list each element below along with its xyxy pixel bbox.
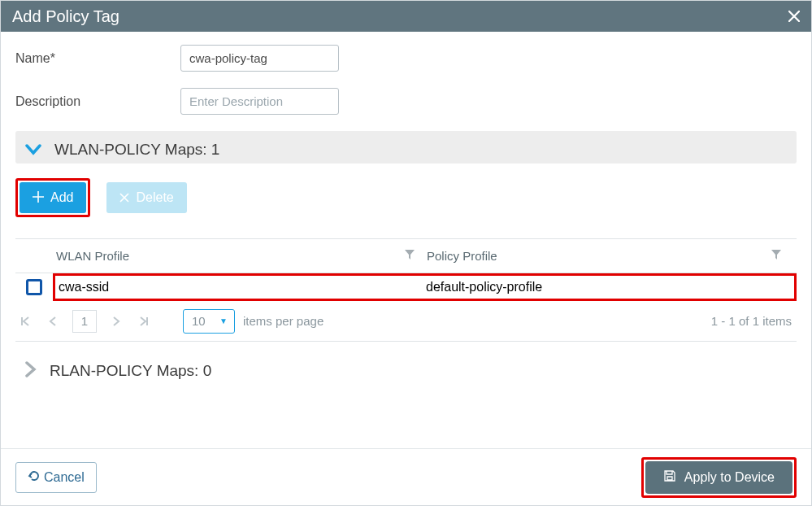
wlan-section-title: WLAN-POLICY Maps: 1 bbox=[54, 141, 219, 159]
chevron-down-icon[interactable] bbox=[25, 144, 41, 155]
cell-wlan-profile: cwa-ssid bbox=[55, 280, 419, 294]
rlan-section-title: RLAN-POLICY Maps: 0 bbox=[50, 362, 211, 380]
name-label: Name* bbox=[15, 51, 180, 66]
toolbar: Add Delete bbox=[15, 178, 797, 217]
description-row: Description bbox=[15, 88, 797, 115]
chevron-right-icon[interactable] bbox=[25, 361, 37, 381]
add-button-label: Add bbox=[50, 190, 73, 205]
modal-titlebar: Add Policy Tag bbox=[1, 1, 811, 32]
rlan-policy-maps-header[interactable]: RLAN-POLICY Maps: 0 bbox=[15, 350, 797, 389]
modal-body: Name* Description WLAN-POLICY Maps: 1 Ad… bbox=[1, 32, 811, 448]
description-label: Description bbox=[15, 94, 180, 109]
per-page-label: items per page bbox=[243, 314, 323, 328]
grid-header: WLAN Profile Policy Profile bbox=[15, 239, 797, 273]
pager-status: 1 - 1 of 1 items bbox=[711, 314, 797, 328]
pager-next-icon[interactable] bbox=[106, 312, 126, 331]
per-page-value: 10 bbox=[192, 314, 206, 328]
modal-footer: Cancel Apply to Device bbox=[1, 448, 811, 505]
plus-icon bbox=[33, 190, 44, 205]
cancel-button[interactable]: Cancel bbox=[15, 462, 97, 493]
header-policy-label: Policy Profile bbox=[427, 249, 497, 263]
name-row: Name* bbox=[15, 45, 797, 72]
add-button-highlight: Add bbox=[15, 178, 90, 217]
add-policy-tag-modal: Add Policy Tag Name* Description WLAN-PO… bbox=[0, 0, 812, 506]
pager-prev-icon[interactable] bbox=[43, 312, 63, 331]
modal-title: Add Policy Tag bbox=[12, 7, 119, 26]
filter-icon[interactable] bbox=[404, 249, 415, 263]
cell-policy-profile: default-policy-profile bbox=[419, 280, 542, 294]
caret-down-icon: ▼ bbox=[219, 316, 228, 325]
header-policy-profile[interactable]: Policy Profile bbox=[420, 249, 797, 263]
apply-to-device-button[interactable]: Apply to Device bbox=[645, 461, 792, 494]
cancel-label: Cancel bbox=[44, 470, 85, 485]
x-icon bbox=[119, 190, 129, 205]
delete-button-label: Delete bbox=[136, 190, 173, 205]
page-number[interactable]: 1 bbox=[72, 310, 97, 333]
description-input[interactable] bbox=[180, 88, 339, 115]
name-input[interactable] bbox=[180, 45, 339, 72]
pager-first-icon[interactable] bbox=[15, 312, 35, 331]
undo-icon bbox=[28, 470, 39, 485]
row-checkbox[interactable] bbox=[26, 279, 42, 295]
wlan-policy-maps-header[interactable]: WLAN-POLICY Maps: 1 bbox=[15, 131, 797, 164]
row-highlight: cwa-ssid default-policy-profile bbox=[53, 273, 797, 301]
close-icon[interactable] bbox=[788, 7, 800, 26]
delete-button: Delete bbox=[106, 182, 186, 213]
table-row[interactable]: cwa-ssid default-policy-profile bbox=[15, 273, 797, 301]
filter-icon[interactable] bbox=[771, 249, 782, 263]
pager-last-icon[interactable] bbox=[134, 312, 154, 331]
pager: 1 10 ▼ items per page 1 - 1 of 1 items bbox=[15, 301, 797, 342]
apply-label: Apply to Device bbox=[684, 470, 775, 485]
add-button[interactable]: Add bbox=[20, 182, 86, 213]
maps-grid: WLAN Profile Policy Profile cw bbox=[15, 238, 797, 342]
items-per-page-select[interactable]: 10 ▼ bbox=[183, 309, 235, 334]
save-icon bbox=[663, 469, 676, 486]
apply-highlight: Apply to Device bbox=[641, 457, 797, 498]
header-wlan-profile[interactable]: WLAN Profile bbox=[53, 249, 420, 263]
header-wlan-label: WLAN Profile bbox=[56, 249, 129, 263]
